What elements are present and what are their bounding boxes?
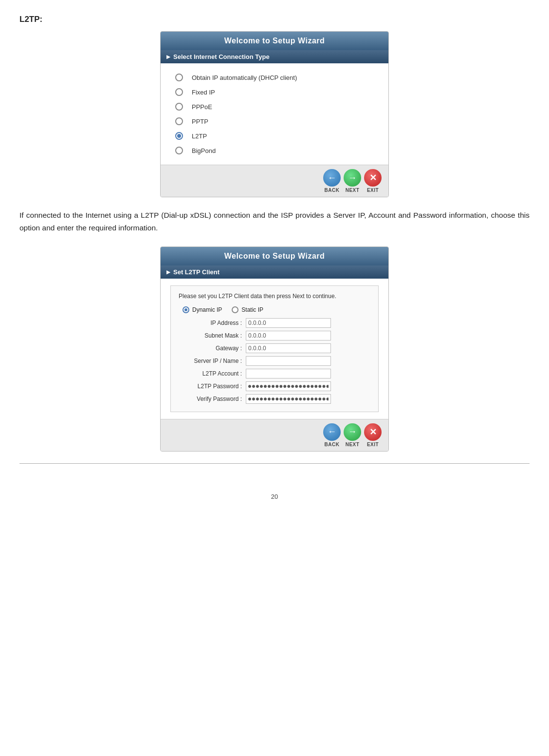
page-heading: L2TP:: [19, 15, 530, 24]
form-label-l2tp-account-input: L2TP Account :: [178, 370, 246, 377]
wizard-footer-1: ← BACK → NEXT ✕ EXIT: [161, 165, 388, 197]
next-label-2: NEXT: [346, 442, 360, 447]
radio-circle-fixedip: [175, 88, 183, 96]
radio-label-pppoe: PPPoE: [192, 103, 212, 111]
form-row-l2tp-account-input: L2TP Account :: [178, 369, 371, 378]
subnet-mask-input[interactable]: [246, 331, 331, 340]
gateway-input[interactable]: [246, 343, 331, 353]
page-number: 20: [19, 493, 530, 500]
wizard-title-2: Welcome to Setup Wizard: [161, 247, 388, 265]
form-row-ip-address-input: IP Address :: [178, 318, 371, 328]
form-label-verify-password-input: Verify Password :: [178, 396, 246, 402]
wizard-panel-2: Welcome to Setup Wizard Set L2TP Client …: [160, 246, 389, 452]
radio-label-pptp: PPTP: [192, 118, 208, 125]
form-row-server-ip-input: Server IP / Name :: [178, 356, 371, 366]
l2tp-form-box: Please set you L2TP Client data then pre…: [170, 285, 379, 412]
ip-address-input[interactable]: [246, 318, 331, 328]
form-label-subnet-mask-input: Subnet Mask :: [178, 332, 246, 339]
form-row-verify-password-input: Verify Password :: [178, 394, 371, 404]
radio-label-l2tp: L2TP: [192, 132, 207, 140]
ip-type-options: Dynamic IPStatic IP: [183, 306, 263, 313]
l2tp-account-input[interactable]: [246, 369, 331, 378]
exit-icon-1: ✕: [364, 169, 382, 187]
radio-label-dhcp: Obtain IP automatically (DHCP client): [192, 74, 297, 81]
form-label-l2tp-password-input: L2TP Password :: [178, 383, 246, 390]
wizard-section-1: Select Internet Connection Type: [161, 50, 388, 63]
exit-icon-2: ✕: [364, 423, 382, 441]
wizard-title-1: Welcome to Setup Wizard: [161, 32, 388, 50]
radio-circle-pppoe: [175, 103, 183, 111]
next-button-2[interactable]: → NEXT: [344, 423, 361, 447]
exit-label-1: EXIT: [367, 188, 379, 193]
radio-option-fixedip[interactable]: Fixed IP: [170, 85, 379, 99]
exit-button-1[interactable]: ✕ EXIT: [364, 169, 382, 193]
radio-option-dhcp[interactable]: Obtain IP automatically (DHCP client): [170, 70, 379, 85]
back-icon-1: ←: [323, 169, 341, 187]
connection-type-list: Obtain IP automatically (DHCP client)Fix…: [170, 70, 379, 158]
back-label-2: BACK: [325, 442, 340, 447]
ip-radio-circle-dynamic: [183, 306, 189, 313]
radio-circle-dhcp: [175, 74, 183, 81]
description-text: If connected to the Internet using a L2T…: [19, 209, 530, 235]
next-icon-2: →: [344, 423, 361, 441]
back-label-1: BACK: [325, 188, 340, 193]
wizard-section-2: Set L2TP Client: [161, 265, 388, 279]
form-row-l2tp-password-input: L2TP Password :: [178, 381, 371, 391]
form-label-gateway-input: Gateway :: [178, 345, 246, 352]
exit-button-2[interactable]: ✕ EXIT: [364, 423, 382, 447]
wizard-panel-1: Welcome to Setup Wizard Select Internet …: [160, 31, 389, 197]
radio-option-l2tp[interactable]: L2TP: [170, 129, 379, 143]
form-fields: IP Address :Subnet Mask :Gateway :Server…: [178, 318, 371, 404]
wizard-footer-2: ← BACK → NEXT ✕ EXIT: [161, 419, 388, 451]
wizard-body-1: Obtain IP automatically (DHCP client)Fix…: [161, 63, 388, 165]
next-button-1[interactable]: → NEXT: [344, 169, 361, 193]
radio-circle-l2tp: [175, 132, 183, 140]
radio-option-bigpond[interactable]: BigPond: [170, 143, 379, 158]
back-button-2[interactable]: ← BACK: [323, 423, 341, 447]
wizard-body-2: Please set you L2TP Client data then pre…: [161, 279, 388, 419]
ip-type-dynamic[interactable]: Dynamic IP: [183, 306, 222, 313]
radio-option-pppoe[interactable]: PPPoE: [170, 99, 379, 114]
radio-circle-pptp: [175, 117, 183, 125]
form-label-server-ip-input: Server IP / Name :: [178, 358, 246, 364]
form-label-ip-address-input: IP Address :: [178, 320, 246, 326]
server-ip-input[interactable]: [246, 356, 331, 366]
verify-password-input[interactable]: [246, 394, 331, 404]
ip-type-label-dynamic: Dynamic IP: [192, 306, 222, 313]
ip-type-static[interactable]: Static IP: [232, 306, 263, 313]
ip-type-label-static: Static IP: [241, 306, 263, 313]
l2tp-password-input[interactable]: [246, 381, 331, 391]
form-notice: Please set you L2TP Client data then pre…: [178, 291, 371, 302]
radio-label-fixedip: Fixed IP: [192, 89, 215, 96]
ip-radio-circle-static: [232, 306, 238, 313]
back-icon-2: ←: [323, 423, 341, 441]
page-divider: [19, 463, 530, 464]
radio-label-bigpond: BigPond: [192, 147, 216, 154]
back-button-1[interactable]: ← BACK: [323, 169, 341, 193]
exit-label-2: EXIT: [367, 442, 379, 447]
form-row-subnet-mask-input: Subnet Mask :: [178, 331, 371, 340]
radio-option-pptp[interactable]: PPTP: [170, 114, 379, 129]
form-row-gateway-input: Gateway :: [178, 343, 371, 353]
next-icon-1: →: [344, 169, 361, 187]
next-label-1: NEXT: [346, 188, 360, 193]
radio-circle-bigpond: [175, 147, 183, 154]
ip-type-row: Dynamic IPStatic IP: [178, 306, 371, 313]
